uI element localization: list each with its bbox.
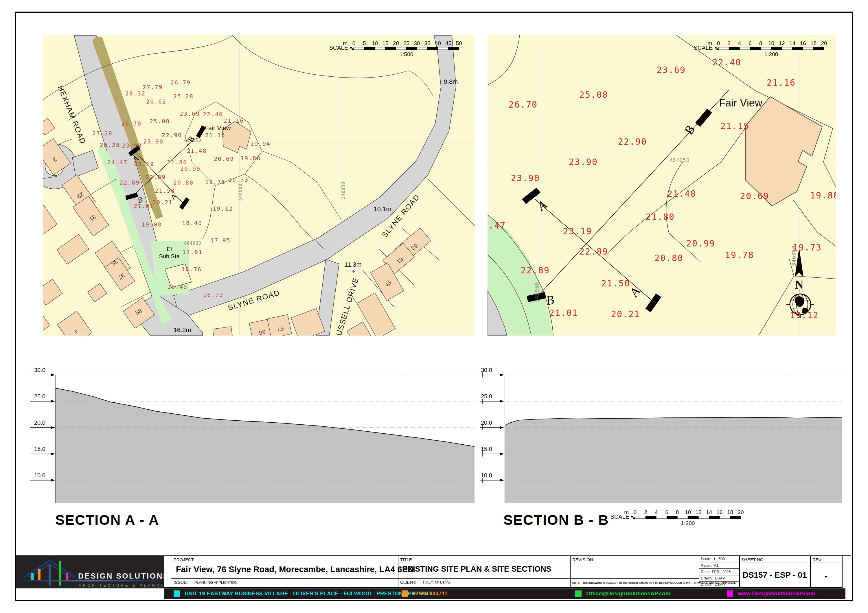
scale-bar-segment xyxy=(803,47,814,50)
spot-level: 20.99 xyxy=(180,165,200,172)
scale-bar-segment xyxy=(761,47,771,50)
spot-level: 21.48 xyxy=(667,189,696,199)
scale-tick: 25 xyxy=(403,40,409,46)
spot-level: 19.12 xyxy=(213,205,233,212)
grid-reference: 346000 xyxy=(238,183,243,201)
spot-level: 17.61 xyxy=(182,249,203,255)
height-label: 16.2m xyxy=(173,326,191,334)
date-value: FEB., 2025 xyxy=(712,570,730,574)
spot-level: 20.21 xyxy=(152,199,173,206)
scale-tick: 16 xyxy=(716,509,722,515)
scale-bar-segment xyxy=(656,516,667,519)
scale-bar-segment xyxy=(385,47,396,50)
level-arrowhead xyxy=(51,426,55,429)
spot-level: 19.78 xyxy=(725,250,754,260)
spot-level: 22.40 xyxy=(203,111,223,118)
scale-bar-stub xyxy=(633,517,636,519)
spot-level: 19.73 xyxy=(793,242,822,252)
scale-tick: 0 xyxy=(717,40,720,46)
scale-bar-segment xyxy=(750,47,761,50)
address-swatch xyxy=(174,590,180,597)
place-name: N xyxy=(795,278,803,291)
scale-bar-segment xyxy=(448,47,459,50)
level-label: 25.0 xyxy=(34,393,45,399)
level-arrowhead xyxy=(500,373,504,376)
divider xyxy=(699,575,739,575)
grid-reference: 346000 xyxy=(791,245,797,266)
grid-reference: 346050 xyxy=(341,182,346,199)
scale-tick: 2 xyxy=(644,509,647,515)
scale-bar-segment xyxy=(667,516,677,519)
divider xyxy=(171,556,171,588)
place-name: Sub Sta xyxy=(159,253,180,260)
spot-level: 24.47 xyxy=(107,159,128,166)
spot-level: 22.89 xyxy=(146,173,166,181)
scale-ratio: 1:200 xyxy=(681,520,695,526)
scale-bar-segment xyxy=(739,47,750,50)
spot-level: 22.90 xyxy=(162,132,182,139)
scale-tick: 18 xyxy=(811,40,817,46)
scale-ratio: 1:500 xyxy=(400,51,414,57)
spot-level: 25.08 xyxy=(579,90,608,100)
divider xyxy=(842,556,843,588)
scale-tick: 18 xyxy=(727,509,733,515)
terrain-profile xyxy=(505,418,842,503)
grid-reference: 345950 xyxy=(534,282,540,302)
web-text: www.DesignSolutionsAP.com xyxy=(738,588,815,599)
scale-bar-segment xyxy=(771,47,782,50)
rev-label: REV.: xyxy=(812,557,823,562)
spot-level: 27.28 xyxy=(92,130,113,137)
scale-bar-segment xyxy=(814,47,824,50)
scale-tick: 14 xyxy=(789,40,796,46)
phone-swatch xyxy=(401,590,408,597)
issue-value: PLANNING APPLICATION xyxy=(194,580,237,585)
divider xyxy=(699,562,739,562)
level-label: 30.0 xyxy=(481,367,492,373)
spot-level: 20.80 xyxy=(654,253,684,263)
spot-level: 23.90 xyxy=(511,173,540,183)
spot-level: 20.69 xyxy=(740,191,769,201)
spot-level: 16.45 xyxy=(167,283,188,290)
scale-tick: 4 xyxy=(655,509,658,515)
place-name: El xyxy=(167,246,172,252)
spot-level: 22.89 xyxy=(579,246,608,257)
phone-text: 07528 944711 xyxy=(412,588,447,599)
design-solutions-logo: DESIGN SOLUTIONS ARCHITECTURE & PLANNING xyxy=(16,556,164,588)
scale-bar-segment xyxy=(792,47,803,50)
logo-bar-magenta xyxy=(66,573,68,581)
email-text: Office@DesignSolutionsAP.com xyxy=(586,588,670,599)
scale-bar-segment xyxy=(646,516,657,519)
scale-tick: 20 xyxy=(738,509,744,515)
spot-level: 24.47 xyxy=(488,220,506,231)
scale-bar-segment xyxy=(364,47,375,50)
scale-tick: 5 xyxy=(363,40,366,46)
spot-level: 19.78 xyxy=(205,178,225,186)
scale-bar-stub xyxy=(631,516,633,517)
grid-reference: 464000 xyxy=(184,241,202,246)
spot-level: 26.70 xyxy=(508,99,538,110)
level-arrowhead xyxy=(51,479,55,481)
scale-tick: 6 xyxy=(749,40,752,46)
date-label: Date: xyxy=(701,570,710,574)
note-label: NOTE: xyxy=(572,582,580,584)
spot-level: 28.32 xyxy=(125,90,146,97)
spot-level: 16.76 xyxy=(181,266,202,273)
scale-bar-stub xyxy=(717,49,719,50)
spot-level: 21.01 xyxy=(134,203,154,209)
scale-bar-segment xyxy=(438,47,448,50)
title-label: TITLE: xyxy=(400,557,413,562)
project-label: PROJECT: xyxy=(174,557,195,562)
scale-bar-segment xyxy=(699,516,709,519)
place-name: Fair View xyxy=(719,97,763,109)
scale-bar-segment xyxy=(406,47,417,50)
scale-label: Scale: xyxy=(701,557,711,561)
scale-tick: 0 xyxy=(352,40,356,46)
address-text: UNIT 19 EASTWAY BUSINESS VILLAGE - OLIVE… xyxy=(184,588,432,599)
spot-level: 23.90 xyxy=(143,138,163,145)
site-sections: SECTION A - A SECTION B - B 024681012141… xyxy=(15,367,853,541)
spot-level: 21.01 xyxy=(549,308,578,318)
client-value: HOEY, Mr Danny xyxy=(423,580,451,584)
height-label: 11.3m xyxy=(344,261,362,268)
divider xyxy=(164,587,842,588)
drawn-label: Drawn: xyxy=(701,576,713,580)
